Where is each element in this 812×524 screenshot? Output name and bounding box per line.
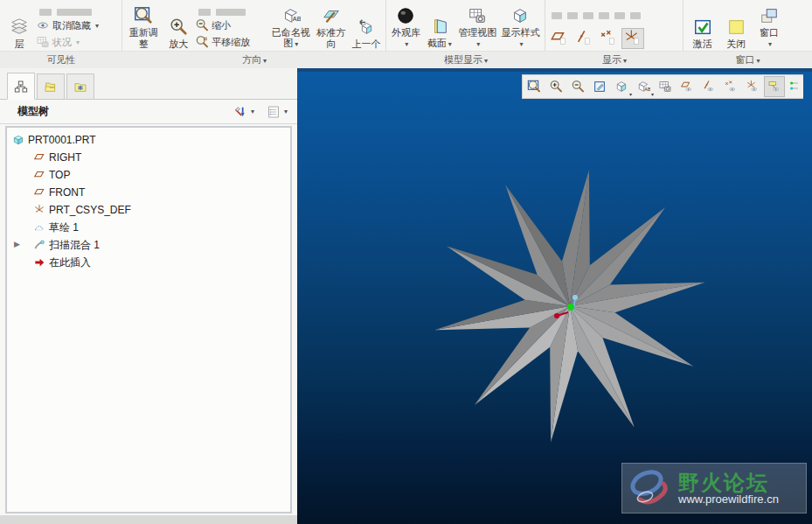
- plane-display-view-toggle[interactable]: [677, 76, 697, 97]
- chevron-down-icon: [448, 41, 452, 49]
- expand-arrow-icon[interactable]: ▶: [14, 240, 23, 250]
- navigator-tabbar: [0, 68, 297, 100]
- list-settings-icon: [267, 105, 281, 119]
- layers-icon: [10, 17, 29, 38]
- tree-item-sketch[interactable]: 草绘 1: [7, 219, 290, 236]
- tree-item-swept-blend[interactable]: ▶ 扫描混合 1: [7, 236, 290, 254]
- eye-icon: [36, 18, 50, 34]
- annotation-display-toggle[interactable]: [764, 76, 785, 97]
- clipped-ribbon-row: [36, 7, 99, 17]
- close-window-icon: [726, 17, 746, 38]
- appearance-gallery-button[interactable]: 外观库: [389, 9, 423, 51]
- wildfire-logo-icon: [628, 468, 673, 508]
- navigator-bottom-strip: [0, 515, 297, 524]
- chevron-down-icon: [768, 41, 772, 49]
- insert-here-icon: [33, 256, 45, 269]
- spin-center-toggle[interactable]: [786, 76, 803, 97]
- tree-item-front[interactable]: FRONT: [7, 184, 290, 201]
- sections-button[interactable]: 截面: [423, 19, 456, 51]
- previous-view-button[interactable]: 上一个: [350, 20, 383, 51]
- manage-views-button[interactable]: 管理视图: [456, 9, 499, 51]
- repaint-button[interactable]: [589, 76, 610, 97]
- watermark-url: www.proewildfire.cn: [678, 493, 779, 506]
- saved-views-button[interactable]: ▾: [633, 76, 654, 97]
- refit-button[interactable]: 重新调整: [125, 9, 162, 51]
- part-icon: [12, 134, 24, 146]
- status-icon: [36, 35, 50, 51]
- sections-icon: [430, 17, 449, 38]
- clipped-ribbon-row: [195, 7, 268, 17]
- zoom-in-icon: [169, 17, 188, 38]
- ribbon-group-visibility: 层 取消隐藏 状况: [0, 0, 122, 51]
- star-model[interactable]: [297, 72, 812, 524]
- axis-display-view-toggle[interactable]: [698, 76, 719, 97]
- view-manager-button[interactable]: [655, 76, 676, 97]
- display-style-button[interactable]: 显示样式: [499, 9, 542, 51]
- manage-views-icon: [468, 6, 487, 27]
- ribbon-group-window: 激活 关闭 窗口: [684, 0, 812, 51]
- zoom-in-view-button[interactable]: [545, 76, 566, 97]
- tree-item-csys[interactable]: PRT_CSYS_DEF: [7, 201, 290, 219]
- windows-button[interactable]: 窗口: [753, 9, 786, 51]
- visibility-stack: 取消隐藏 状况: [36, 0, 99, 51]
- tab-folder-browser[interactable]: [37, 73, 65, 99]
- display-style-view-button[interactable]: ▾: [611, 76, 632, 97]
- forum-watermark: 野火论坛 www.proewildfire.cn: [621, 463, 807, 514]
- zoom-out-view-button[interactable]: [567, 76, 588, 97]
- tree-item-part[interactable]: PRT0001.PRT: [7, 131, 290, 149]
- display-style-icon: [510, 6, 530, 27]
- tab-favorites[interactable]: [66, 73, 94, 99]
- tree-settings-button[interactable]: [264, 103, 290, 121]
- axis-display-toggle[interactable]: [573, 28, 595, 49]
- swept-blend-icon: [33, 239, 45, 251]
- zoom-out-icon: [195, 18, 209, 34]
- model-tree: PRT0001.PRT RIGHT TOP FRONT PRT_CSYS_DEF…: [5, 126, 292, 514]
- tab-model-tree[interactable]: [7, 73, 35, 100]
- previous-view-icon: [357, 17, 376, 38]
- point-display-toggle[interactable]: [597, 28, 620, 49]
- chevron-down-icon: [623, 57, 627, 65]
- chevron-down-icon: [295, 41, 298, 49]
- zoom-out-button[interactable]: 缩小: [195, 17, 268, 34]
- chevron-down-icon: [756, 57, 760, 65]
- plane-display-toggle[interactable]: [548, 28, 571, 49]
- zoom-in-button[interactable]: 放大: [162, 20, 195, 51]
- ribbon-group-model-display: 外观库 截面 管理视图 显示样式: [386, 0, 545, 51]
- chevron-down-icon[interactable]: [95, 22, 99, 30]
- ribbon-group-show: [545, 0, 684, 51]
- clipped-ribbon-row: [548, 10, 644, 21]
- refit-icon: [134, 6, 153, 27]
- sketch-icon: [33, 221, 45, 234]
- activate-icon: [693, 17, 712, 38]
- activate-button[interactable]: 激活: [686, 20, 719, 51]
- creo-window: 层 取消隐藏 状况: [0, 0, 812, 524]
- layers-button[interactable]: 层: [3, 20, 36, 51]
- group-label-orientation[interactable]: 方向: [122, 53, 386, 66]
- chevron-down-icon: [76, 38, 80, 46]
- pan-zoom-button[interactable]: 平移缩放: [195, 34, 268, 51]
- unhide-button[interactable]: 取消隐藏: [36, 17, 99, 34]
- chevron-down-icon: [519, 41, 523, 49]
- tree-item-right[interactable]: RIGHT: [7, 149, 290, 166]
- csys-display-view-toggle[interactable]: [742, 76, 763, 97]
- standard-orientation-button[interactable]: 标准方向: [313, 9, 350, 51]
- ribbon-group-orientation: 重新调整 放大 缩小 平移缩放: [122, 0, 386, 51]
- group-label-show[interactable]: 显示: [545, 53, 684, 66]
- group-label-window[interactable]: 窗口: [684, 53, 812, 66]
- tree-tools-button[interactable]: [231, 103, 257, 121]
- group-label-visibility[interactable]: 可见性: [0, 53, 122, 66]
- group-label-model-display[interactable]: 模型显示: [386, 53, 545, 66]
- standard-orientation-icon: [322, 6, 341, 27]
- navigator-panel: 模型树 PRT0001.PRT RIGHT TOP: [0, 68, 297, 524]
- csys-display-toggle[interactable]: [621, 28, 644, 49]
- graphics-viewport[interactable]: ▾ ▾: [297, 68, 812, 524]
- close-window-button[interactable]: 关闭: [719, 20, 753, 51]
- tree-item-insert-here[interactable]: 在此插入: [7, 254, 290, 271]
- named-views-button[interactable]: 已命名视图: [269, 9, 313, 51]
- refit-view-button[interactable]: [524, 76, 545, 97]
- point-display-view-toggle[interactable]: [720, 76, 741, 97]
- datum-plane-icon: [33, 151, 45, 164]
- status-button[interactable]: 状况: [36, 34, 99, 51]
- tree-item-top[interactable]: TOP: [7, 166, 290, 184]
- pan-zoom-icon: [195, 35, 209, 51]
